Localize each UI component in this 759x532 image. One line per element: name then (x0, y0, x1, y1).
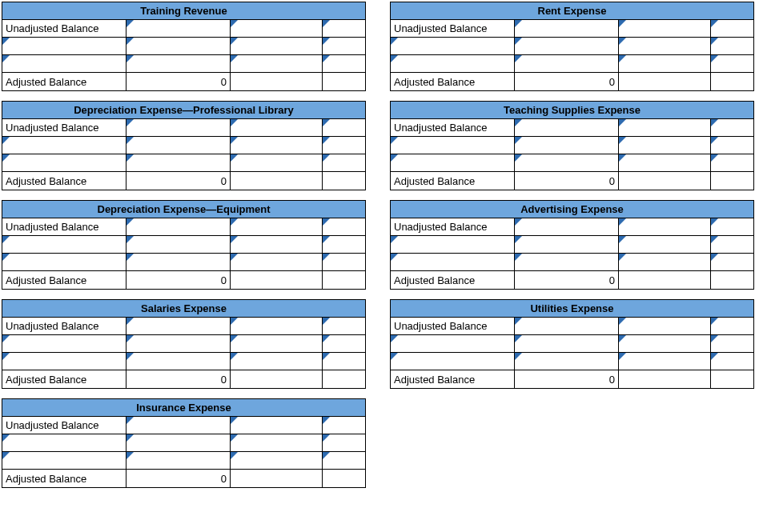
adjustment2-debit-input[interactable] (127, 55, 231, 73)
adjustment1-extra-input[interactable] (711, 137, 753, 154)
adjustment2-extra-input[interactable] (323, 452, 365, 470)
adjustment2-desc-input[interactable] (2, 353, 127, 370)
unadjusted-credit-input[interactable] (231, 119, 323, 137)
unadjusted-debit-input[interactable] (127, 417, 231, 434)
adjustment2-extra-input[interactable] (711, 254, 753, 271)
adjustment1-desc-input[interactable] (2, 236, 127, 254)
adjustment1-desc-input[interactable] (2, 434, 127, 452)
adjustment1-credit-input[interactable] (619, 137, 711, 154)
adjustment2-extra-input[interactable] (711, 55, 753, 73)
adjustment2-desc-input[interactable] (391, 254, 515, 271)
unadjusted-debit-input[interactable] (127, 119, 231, 137)
ledger-row: Unadjusted Balance (391, 119, 753, 137)
adjustment1-desc-input[interactable] (391, 335, 515, 353)
adjustment2-extra-input[interactable] (711, 154, 753, 172)
adjustment2-extra-input[interactable] (323, 154, 365, 172)
adjustment1-debit-input[interactable] (127, 434, 231, 452)
adjustment1-extra-input[interactable] (323, 335, 365, 353)
unadjusted-debit-input[interactable] (515, 119, 619, 137)
adjustment2-credit-input[interactable] (619, 154, 711, 172)
adjustment1-debit-input[interactable] (515, 137, 619, 154)
unadjusted-debit-input[interactable] (515, 318, 619, 335)
adjustment1-extra-input[interactable] (711, 38, 753, 55)
adjustment2-desc-input[interactable] (2, 154, 127, 172)
adjustment2-credit-input[interactable] (231, 353, 323, 370)
adjustment2-desc-input[interactable] (391, 55, 515, 73)
unadjusted-credit-input[interactable] (231, 417, 323, 434)
adjustment2-debit-input[interactable] (515, 154, 619, 172)
adjustment1-desc-input[interactable] (2, 335, 127, 353)
adjustment2-extra-input[interactable] (323, 353, 365, 370)
adjustment1-extra-input[interactable] (711, 335, 753, 353)
adjustment2-desc-input[interactable] (391, 154, 515, 172)
adjustment1-extra-input[interactable] (323, 236, 365, 254)
unadjusted-extra-input[interactable] (323, 218, 365, 236)
adjustment1-extra-input[interactable] (323, 38, 365, 55)
adjustment1-debit-input[interactable] (127, 38, 231, 55)
adjustment1-debit-input[interactable] (127, 335, 231, 353)
adjustment2-credit-input[interactable] (231, 55, 323, 73)
adjustment2-desc-input[interactable] (2, 55, 127, 73)
unadjusted-debit-input[interactable] (127, 318, 231, 335)
adjustment2-debit-input[interactable] (127, 254, 231, 271)
unadjusted-credit-input[interactable] (231, 218, 323, 236)
adjustment1-credit-input[interactable] (231, 38, 323, 55)
adjustment1-desc-input[interactable] (2, 38, 127, 55)
adjustment1-desc-input[interactable] (391, 38, 515, 55)
adjustment2-extra-input[interactable] (323, 55, 365, 73)
adjustment1-credit-input[interactable] (619, 236, 711, 254)
adjustment2-credit-input[interactable] (619, 353, 711, 370)
unadjusted-credit-input[interactable] (619, 119, 711, 137)
adjustment1-desc-input[interactable] (391, 236, 515, 254)
adjustment1-extra-input[interactable] (323, 434, 365, 452)
adjustment2-desc-input[interactable] (2, 452, 127, 470)
adjustment2-credit-input[interactable] (619, 55, 711, 73)
unadjusted-extra-input[interactable] (711, 218, 753, 236)
adjustment2-desc-input[interactable] (391, 353, 515, 370)
adjustment1-credit-input[interactable] (231, 434, 323, 452)
adjustment2-desc-input[interactable] (2, 254, 127, 271)
adjustment2-credit-input[interactable] (231, 452, 323, 470)
adjustment1-debit-input[interactable] (515, 335, 619, 353)
unadjusted-credit-input[interactable] (619, 218, 711, 236)
adjustment2-debit-input[interactable] (515, 55, 619, 73)
adjustment1-desc-input[interactable] (391, 137, 515, 154)
adjustment2-debit-input[interactable] (127, 154, 231, 172)
adjustment2-credit-input[interactable] (231, 154, 323, 172)
adjustment1-credit-input[interactable] (619, 335, 711, 353)
adjustment1-credit-input[interactable] (619, 38, 711, 55)
adjustment1-desc-input[interactable] (2, 137, 127, 154)
unadjusted-debit-input[interactable] (515, 218, 619, 236)
adjustment1-credit-input[interactable] (231, 236, 323, 254)
unadjusted-extra-input[interactable] (323, 119, 365, 137)
unadjusted-extra-input[interactable] (711, 119, 753, 137)
unadjusted-extra-input[interactable] (711, 318, 753, 335)
adjustment1-extra-input[interactable] (711, 236, 753, 254)
adjustment2-extra-input[interactable] (323, 254, 365, 271)
unadjusted-credit-input[interactable] (231, 318, 323, 335)
unadjusted-debit-input[interactable] (127, 218, 231, 236)
unadjusted-credit-input[interactable] (231, 20, 323, 38)
adjustment2-debit-input[interactable] (515, 254, 619, 271)
adjustment1-debit-input[interactable] (515, 38, 619, 55)
adjustment1-debit-input[interactable] (127, 236, 231, 254)
unadjusted-extra-input[interactable] (711, 20, 753, 38)
adjustment2-extra-input[interactable] (711, 353, 753, 370)
unadjusted-credit-input[interactable] (619, 20, 711, 38)
adjustment2-debit-input[interactable] (127, 452, 231, 470)
unadjusted-debit-input[interactable] (515, 20, 619, 38)
adjustment1-credit-input[interactable] (231, 137, 323, 154)
adjustment2-credit-input[interactable] (619, 254, 711, 271)
adjustment1-credit-input[interactable] (231, 335, 323, 353)
adjustment2-credit-input[interactable] (231, 254, 323, 271)
adjustment2-debit-input[interactable] (127, 353, 231, 370)
unadjusted-extra-input[interactable] (323, 20, 365, 38)
unadjusted-extra-input[interactable] (323, 417, 365, 434)
unadjusted-credit-input[interactable] (619, 318, 711, 335)
unadjusted-debit-input[interactable] (127, 20, 231, 38)
unadjusted-extra-input[interactable] (323, 318, 365, 335)
adjustment2-debit-input[interactable] (515, 353, 619, 370)
adjustment1-debit-input[interactable] (127, 137, 231, 154)
adjustment1-debit-input[interactable] (515, 236, 619, 254)
adjustment1-extra-input[interactable] (323, 137, 365, 154)
